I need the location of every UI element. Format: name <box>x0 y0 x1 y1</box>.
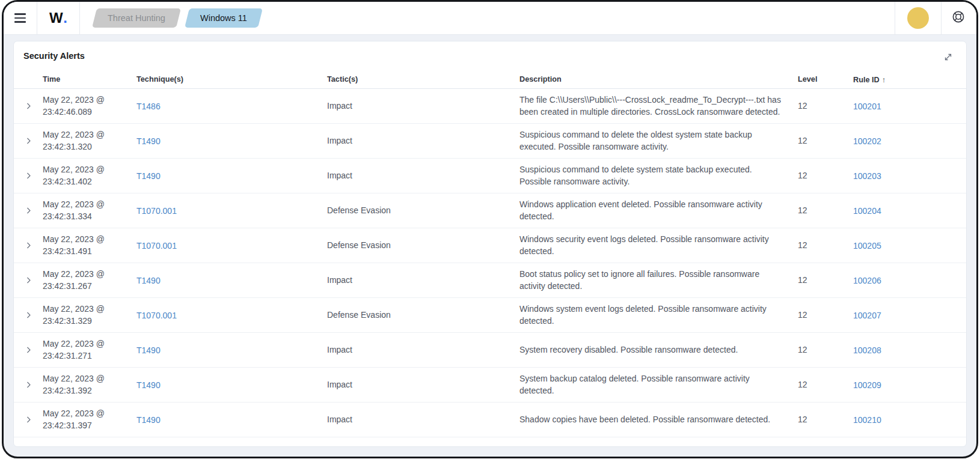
technique-link[interactable]: T1070.001 <box>136 311 177 320</box>
column-header-rule-id[interactable]: Rule ID↑ <box>853 75 966 84</box>
time-line2: 23:42:31.271 <box>43 350 130 362</box>
tactic-cell: Impact <box>327 135 519 147</box>
life-ring-icon <box>951 10 966 26</box>
technique-cell: T1490 <box>136 171 327 181</box>
expand-diagonal-icon <box>943 53 953 64</box>
time-line1: May 22, 2023 @ <box>43 338 130 350</box>
rule-id-link[interactable]: 100208 <box>853 345 881 355</box>
technique-link[interactable]: T1490 <box>136 345 161 355</box>
time-cell: May 22, 2023 @ 23:42:31.402 <box>43 164 136 187</box>
time-line2: 23:42:31.320 <box>43 141 130 153</box>
time-line1: May 22, 2023 @ <box>43 94 130 106</box>
column-header-tactics[interactable]: Tactic(s) <box>327 75 519 84</box>
breadcrumb-threat-hunting[interactable]: Threat Hunting <box>92 8 181 28</box>
time-line1: May 22, 2023 @ <box>43 408 130 419</box>
description-cell: Boot status policy set to ignore all fai… <box>519 269 798 292</box>
time-line2: 23:42:31.392 <box>43 385 130 397</box>
table-row: May 22, 2023 @ 23:42:31.402 T1490 Impact… <box>14 159 966 193</box>
main-content: Security Alerts Time Tech <box>4 35 976 457</box>
technique-link[interactable]: T1486 <box>136 102 161 111</box>
rule-id-link[interactable]: 100210 <box>853 415 881 425</box>
expand-row-button[interactable] <box>22 309 35 322</box>
row-expand-cell <box>14 274 43 287</box>
technique-cell: T1490 <box>136 380 327 390</box>
description-cell: Shadow copies have been deleted. Possibl… <box>519 414 798 425</box>
technique-link[interactable]: T1490 <box>136 276 161 285</box>
description-cell: Windows security event logs deleted. Pos… <box>519 234 798 257</box>
rule-id-link[interactable]: 100201 <box>853 102 881 111</box>
column-header-time[interactable]: Time <box>43 75 136 84</box>
tactic-cell: Impact <box>327 379 519 391</box>
expand-row-button[interactable] <box>22 413 35 427</box>
time-line1: May 22, 2023 @ <box>43 269 130 280</box>
time-line2: 23:42:31.402 <box>43 176 130 187</box>
time-cell: May 22, 2023 @ 23:42:31.320 <box>43 129 136 153</box>
rule-id-link[interactable]: 100202 <box>853 136 881 146</box>
rule-id-link[interactable]: 100204 <box>853 206 881 216</box>
rule-id-cell: 100203 <box>853 171 966 181</box>
level-cell: 12 <box>798 240 853 251</box>
table-header-row: Time Technique(s) Tactic(s) Description … <box>14 70 966 89</box>
expand-row-button[interactable] <box>22 378 35 392</box>
technique-link[interactable]: T1490 <box>136 415 161 425</box>
technique-link[interactable]: T1070.001 <box>136 206 177 216</box>
time-cell: May 22, 2023 @ 23:42:31.329 <box>43 303 136 327</box>
time-line1: May 22, 2023 @ <box>43 303 130 315</box>
user-menu-button[interactable] <box>895 7 941 29</box>
rule-id-link[interactable]: 100209 <box>853 380 881 390</box>
time-line1: May 22, 2023 @ <box>43 234 130 245</box>
description-cell: The file C:\\Users\\Public\\---CrossLock… <box>519 94 798 118</box>
technique-link[interactable]: T1490 <box>136 380 161 390</box>
app-logo[interactable]: W. <box>37 2 79 34</box>
rule-id-link[interactable]: 100205 <box>853 241 881 251</box>
column-header-level[interactable]: Level <box>798 75 853 84</box>
expand-row-button[interactable] <box>22 204 35 217</box>
expand-row-button[interactable] <box>22 100 35 113</box>
time-line1: May 22, 2023 @ <box>43 373 130 384</box>
column-header-rule-id-label: Rule ID <box>853 76 880 84</box>
expand-row-button[interactable] <box>22 135 35 148</box>
time-cell: May 22, 2023 @ 23:42:31.491 <box>43 234 136 257</box>
technique-cell: T1070.001 <box>136 206 327 216</box>
security-alerts-panel: Security Alerts Time Tech <box>13 41 967 447</box>
time-line1: May 22, 2023 @ <box>43 199 130 210</box>
row-expand-cell <box>14 204 43 217</box>
technique-link[interactable]: T1490 <box>136 171 161 181</box>
time-line1: May 22, 2023 @ <box>43 164 130 175</box>
expand-row-button[interactable] <box>22 344 35 357</box>
expand-panel-button[interactable] <box>941 50 955 67</box>
column-header-techniques[interactable]: Technique(s) <box>136 75 327 84</box>
level-cell: 12 <box>798 344 853 356</box>
menu-button[interactable] <box>4 2 37 34</box>
expand-row-button[interactable] <box>22 169 35 183</box>
table-row: May 22, 2023 @ 23:42:31.392 T1490 Impact… <box>14 368 966 403</box>
column-header-description[interactable]: Description <box>519 75 798 84</box>
rule-id-link[interactable]: 100206 <box>853 276 881 285</box>
rule-id-cell: 100207 <box>853 311 966 320</box>
technique-cell: T1490 <box>136 345 327 355</box>
level-cell: 12 <box>798 135 853 147</box>
expand-row-button[interactable] <box>22 274 35 287</box>
row-expand-cell <box>14 100 43 113</box>
tactic-cell: Impact <box>327 100 519 112</box>
logo-dot: . <box>63 10 67 26</box>
help-button[interactable] <box>942 10 976 26</box>
row-expand-cell <box>14 135 43 148</box>
topbar-right <box>895 2 976 34</box>
technique-cell: T1490 <box>136 136 327 146</box>
time-line2: 23:42:31.329 <box>43 315 130 327</box>
time-cell: May 22, 2023 @ 23:42:31.334 <box>43 199 136 222</box>
rule-id-link[interactable]: 100203 <box>853 171 881 181</box>
time-cell: May 22, 2023 @ 23:42:31.397 <box>43 408 136 431</box>
breadcrumb-windows-11[interactable]: Windows 11 <box>185 8 263 28</box>
rule-id-link[interactable]: 100207 <box>853 311 881 320</box>
technique-cell: T1490 <box>136 276 327 285</box>
rule-id-cell: 100210 <box>853 415 966 425</box>
technique-cell: T1490 <box>136 415 327 425</box>
technique-link[interactable]: T1070.001 <box>136 241 177 251</box>
technique-link[interactable]: T1490 <box>136 136 161 146</box>
rule-id-cell: 100204 <box>853 206 966 216</box>
level-cell: 12 <box>798 100 853 112</box>
expand-row-button[interactable] <box>22 239 35 252</box>
table-row: May 22, 2023 @ 23:42:46.089 T1486 Impact… <box>14 89 966 124</box>
